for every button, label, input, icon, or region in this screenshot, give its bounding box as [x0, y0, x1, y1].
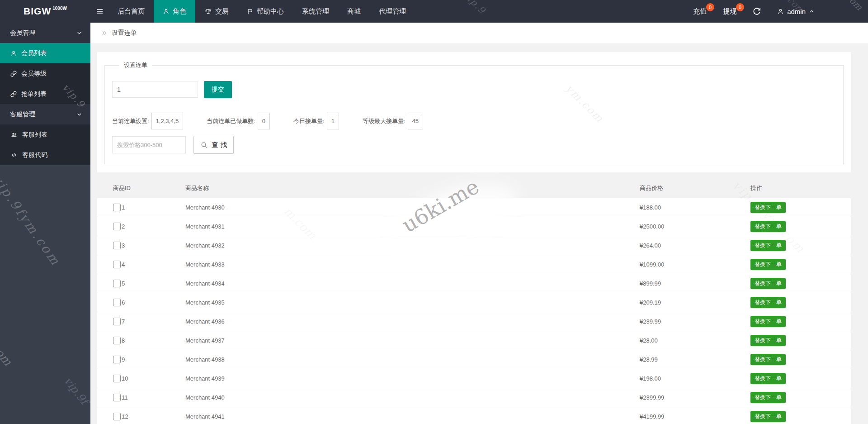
search-button-label: 查 找 — [212, 141, 227, 149]
table-row: 10 Merchant 4939 ¥198.00 替换下一单 — [97, 369, 851, 388]
double-chevron-right-icon — [101, 30, 108, 36]
replace-next-order-button[interactable]: 替换下一单 — [750, 316, 786, 327]
replace-next-order-button[interactable]: 替换下一单 — [750, 278, 786, 289]
nav-item-mall[interactable]: 商城 — [338, 0, 370, 23]
sidebar-item-member-list[interactable]: 会员列表 — [0, 43, 90, 63]
replace-next-order-button[interactable]: 替换下一单 — [750, 240, 786, 251]
product-action-cell: 替换下一单 — [750, 198, 851, 217]
flag-icon — [247, 8, 254, 15]
breadcrumb: 设置连单 — [90, 23, 868, 44]
submit-button[interactable]: 提交 — [204, 81, 232, 98]
row-checkbox[interactable] — [113, 413, 121, 420]
sidebar-section-member-management[interactable]: 会员管理 — [0, 23, 90, 43]
price-search-input[interactable] — [112, 136, 186, 153]
row-checkbox[interactable] — [113, 318, 121, 325]
nav-item-roles[interactable]: 角色 — [154, 0, 195, 23]
table-row: 2 Merchant 4931 ¥2500.00 替换下一单 — [97, 217, 851, 236]
sidebar-item-service-list[interactable]: 客服列表 — [0, 124, 90, 145]
row-checkbox[interactable] — [113, 280, 121, 287]
sidebar-empty-area — [0, 165, 90, 424]
replace-next-order-button[interactable]: 替换下一单 — [750, 202, 786, 213]
row-checkbox[interactable] — [113, 242, 121, 249]
replace-next-order-button[interactable]: 替换下一单 — [750, 259, 786, 270]
product-name-cell: Merchant 4940 — [185, 388, 640, 407]
product-id-cell: 8 — [97, 331, 185, 350]
person-icon — [163, 8, 170, 15]
product-action-cell: 替换下一单 — [750, 255, 851, 274]
recharge-label: 充值 — [693, 7, 707, 15]
row-checkbox[interactable] — [113, 261, 121, 268]
navbar-right: 充值 0 提现 0 admin — [693, 0, 868, 23]
settings-fieldset: 设置连单 提交 当前连单设置: 1,2,3,4,5 当前连单已做单数: 0 — [104, 61, 844, 164]
sidebar-section-service-management[interactable]: 客服管理 — [0, 104, 90, 124]
recharge-badge: 0 — [706, 3, 714, 11]
product-action-cell: 替换下一单 — [750, 350, 851, 369]
recharge-button[interactable]: 充值 0 — [693, 7, 707, 16]
row-checkbox[interactable] — [113, 223, 121, 230]
chain-order-form-row: 提交 — [112, 81, 836, 98]
nav-item-transactions[interactable]: 交易 — [195, 0, 238, 23]
nav-item-agents[interactable]: 代理管理 — [370, 0, 415, 23]
scales-icon — [204, 8, 212, 15]
row-checkbox[interactable] — [113, 375, 121, 382]
product-id-cell: 7 — [97, 312, 185, 331]
row-checkbox[interactable] — [113, 356, 121, 363]
admin-username: admin — [787, 8, 806, 15]
product-price-cell: ¥209.19 — [640, 293, 750, 312]
row-checkbox[interactable] — [113, 299, 121, 306]
product-price-cell: ¥28.00 — [640, 331, 750, 350]
nav-item-system[interactable]: 系统管理 — [293, 0, 338, 23]
nav-item-label: 后台首页 — [118, 7, 145, 16]
product-name-cell: Merchant 4939 — [185, 369, 640, 388]
admin-menu[interactable]: admin — [777, 8, 815, 15]
product-id: 2 — [122, 223, 125, 230]
product-name: Merchant 4936 — [185, 318, 225, 325]
product-action-cell: 替换下一单 — [750, 331, 851, 350]
stat-label: 当前连单已做单数: — [207, 117, 255, 125]
product-name: Merchant 4931 — [185, 223, 225, 230]
product-id: 12 — [122, 413, 128, 420]
sidebar: 会员管理 会员列表 会员等级 抢单列表 客服管理 客服列表 客服代码 vip.9… — [0, 23, 90, 424]
replace-next-order-button[interactable]: 替换下一单 — [750, 392, 786, 403]
table-row: 4 Merchant 4933 ¥1099.00 替换下一单 — [97, 255, 851, 274]
chain-order-input[interactable] — [112, 81, 198, 98]
stat-max-level-orders: 等级最大接单量: 45 — [363, 113, 423, 129]
product-price: ¥264.00 — [640, 242, 661, 249]
stat-chain-orders-done: 当前连单已做单数: 0 — [207, 113, 270, 129]
sidebar-item-label: 客服代码 — [22, 151, 47, 159]
replace-next-order-button[interactable]: 替换下一单 — [750, 221, 786, 232]
sidebar-item-label: 会员列表 — [21, 49, 47, 57]
row-checkbox[interactable] — [113, 394, 121, 401]
nav-item-dashboard[interactable]: 后台首页 — [108, 0, 154, 23]
product-price: ¥1099.00 — [640, 261, 664, 268]
logo-superscript: 1000W — [52, 6, 67, 11]
replace-next-order-button[interactable]: 替换下一单 — [750, 411, 786, 422]
table-row: 1 Merchant 4930 ¥188.00 替换下一单 — [97, 198, 851, 217]
link-icon — [10, 91, 17, 97]
nav-item-label: 代理管理 — [379, 7, 406, 16]
search-button[interactable]: 查 找 — [193, 136, 234, 154]
sidebar-item-service-code[interactable]: 客服代码 — [0, 145, 90, 165]
row-checkbox[interactable] — [113, 337, 121, 344]
product-id-cell: 6 — [97, 293, 185, 312]
table-row: 9 Merchant 4938 ¥28.99 替换下一单 — [97, 350, 851, 369]
stat-value: 45 — [408, 113, 423, 129]
sidebar-item-member-level[interactable]: 会员等级 — [0, 63, 90, 84]
chevron-down-icon — [76, 111, 82, 117]
product-id: 9 — [122, 356, 125, 363]
replace-next-order-button[interactable]: 替换下一单 — [750, 354, 786, 365]
replace-next-order-button[interactable]: 替换下一单 — [750, 335, 786, 346]
withdraw-button[interactable]: 提现 0 — [723, 7, 736, 16]
product-price-cell: ¥1099.00 — [640, 255, 750, 274]
replace-next-order-button[interactable]: 替换下一单 — [750, 297, 786, 308]
replace-next-order-button[interactable]: 替换下一单 — [750, 373, 786, 384]
stat-value: 1 — [327, 113, 339, 129]
refresh-button[interactable] — [753, 7, 761, 15]
table-row: 3 Merchant 4932 ¥264.00 替换下一单 — [97, 236, 851, 255]
row-checkbox[interactable] — [113, 204, 121, 211]
sidebar-item-grab-order-list[interactable]: 抢单列表 — [0, 84, 90, 104]
hamburger-menu-icon[interactable] — [96, 8, 104, 15]
product-id: 4 — [122, 261, 125, 268]
product-price-cell: ¥2500.00 — [640, 217, 750, 236]
nav-item-help-center[interactable]: 帮助中心 — [238, 0, 293, 23]
